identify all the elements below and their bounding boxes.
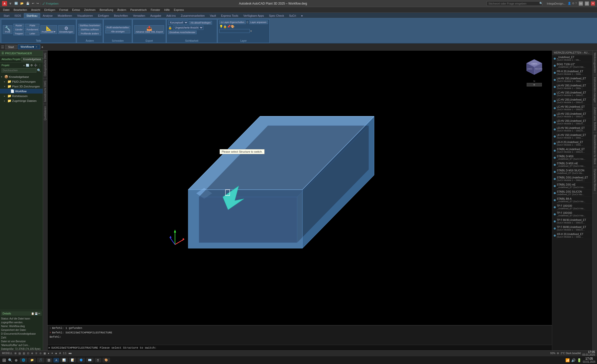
ribbon-btn-als-aktuell[interactable]: Als aktuell festlegen	[189, 21, 212, 25]
vtab-orthografisch[interactable]: Orthografische DWG	[43, 51, 47, 78]
rp-item-2[interactable]: FR-H 20,Undefined_ET (SuCri Module 1 – S…	[552, 69, 592, 76]
close-button[interactable]: ✕	[591, 2, 595, 6]
tab-verwalten[interactable]: Verwalten	[131, 13, 148, 18]
tab-verfugbare-apps[interactable]: Verfügbare Apps	[241, 13, 266, 18]
tab-analyse[interactable]: Analyse	[40, 13, 55, 18]
statusbar-gear[interactable]: ⚙	[557, 352, 559, 355]
rvtab-zuletzt[interactable]: Zuletzt verw. Befehle	[593, 105, 597, 133]
ribbon-ansicht-select2[interactable]: Ungesicherte Ansicht	[173, 26, 203, 30]
details-btn3[interactable]: ✏	[38, 312, 40, 315]
tab-modellieren[interactable]: Modellieren	[55, 13, 75, 18]
ribbon-btn-einzelnes-ansicht[interactable]: Einzelnes Ansichtsfenster	[168, 31, 197, 34]
qa-save[interactable]: 💾	[25, 1, 30, 6]
qa-open[interactable]: 📂	[19, 1, 25, 6]
rvtab-instrumenten[interactable]: Instrumenten-manager	[593, 75, 597, 105]
menu-zeichnen[interactable]: Zeichnen	[82, 8, 97, 12]
menu-datei[interactable]: Datei	[1, 8, 12, 12]
rp-item-18[interactable]: STABIL D3G mE _Undefined_ET (SuCri Mo...	[552, 183, 592, 190]
rp-item-11[interactable]: LK-HV 150,Undefined_ET (SuCri Module 1 –…	[552, 133, 592, 140]
vtab-quelldateien[interactable]: Quelldateien	[43, 104, 47, 122]
taskbar-browser[interactable]: 🌐	[20, 358, 27, 362]
qa-redo[interactable]: ↪	[36, 1, 39, 6]
ribbon-btn-raster[interactable]: Raster	[13, 24, 24, 27]
tab-zusammenarbeiten[interactable]: Zusammenarbeiten	[178, 13, 207, 18]
menu-ansicht[interactable]: Ansicht	[29, 8, 42, 12]
viewcube-nav-btn[interactable]: ⊕	[527, 83, 542, 86]
maximize-button[interactable]: □	[585, 2, 589, 6]
tree-item-plant3d[interactable]: ▾ 📁 Plant 3D-Zeichnungen	[0, 84, 43, 89]
tab-spec-check[interactable]: Spec Check	[266, 13, 286, 18]
rp-item-22[interactable]: TP F 100/160 _Undefined_ET (SuCri Mo...	[552, 211, 592, 218]
tab-sucri[interactable]: SuCri	[287, 13, 299, 18]
proj-toolbar-refresh[interactable]: 🔄	[26, 64, 29, 67]
ribbon-btn-profil[interactable]: 🔧Profil	[3, 25, 12, 34]
statusbar-polar[interactable]: ⊡	[27, 352, 29, 355]
ribbon-btn-gander[interactable]: Gänder	[13, 28, 24, 31]
tab-einfugen[interactable]: Einfügen	[95, 13, 111, 18]
qa-new[interactable]: 🆕	[14, 1, 19, 6]
rp-item-17[interactable]: STABIL D3G,Undefined_ET (SuCri Module 1 …	[552, 175, 592, 183]
statusbar-anno[interactable]: 1:1	[63, 352, 67, 355]
rp-item-13[interactable]: STABIL-A,Undefined_ET (SuCri Module 1 – …	[552, 147, 592, 154]
rp-item-25[interactable]: XR-H 20,Undefined_ET (SuCri Module 1 – S…	[552, 232, 592, 239]
rp-item-19[interactable]: STABIL D3G SILICON Undefined_ET (SuCri M…	[552, 190, 592, 197]
statusbar-modell[interactable]: MODELL	[2, 352, 12, 355]
rp-item-3[interactable]: LA-HV 150,Undefined_ET (SuCri Module 1 –…	[552, 76, 592, 83]
ribbon-ansicht-select[interactable]: Konzeptuell Drahtkörper Realistisch	[168, 20, 188, 25]
rp-item-21[interactable]: TP F 100/100 _Undefined_ET (SuCri Mo...	[552, 204, 592, 211]
ribbon-layer-input[interactable]	[219, 29, 250, 33]
project-search-input[interactable]	[2, 68, 36, 73]
statusbar-qp[interactable]: ◈	[55, 352, 57, 355]
ribbon-btn-treppen[interactable]: Treppen	[13, 32, 24, 35]
taskbar-explorer[interactable]: 📁	[28, 358, 36, 362]
tray-network[interactable]: 📶	[565, 358, 570, 362]
rp-item-20[interactable]: STABIL B8-A _Undefined_ET (SuCri Mo...	[552, 197, 592, 204]
details-btn2[interactable]: 💾	[35, 312, 38, 315]
rp-item-14[interactable]: STABIL D-M16 _Undefined_ET (SuCri Mo...	[552, 154, 592, 161]
proj-toolbar-settings[interactable]: ⚙	[30, 64, 33, 67]
rp-item-12[interactable]: LR-H 20,Undefined_ET (SuCri Module 1 – S…	[552, 140, 592, 147]
rp-item-10[interactable]: LD-HV 90,Undefined_ET (SuCri Module 1 – …	[552, 126, 592, 133]
rvtab-dyn[interactable]: Dynamische Blöcke	[593, 167, 597, 193]
rp-item-15[interactable]: STABIL D-M16 mE _Undefined_ET (SuCri Mo.…	[552, 161, 592, 168]
ribbon-btn-einstellungen[interactable]: ⚙Einstellungen	[58, 25, 74, 34]
ribbon-btn-leiter[interactable]: Leiter	[25, 32, 39, 35]
tab-expresstools[interactable]: Express Tools	[219, 13, 241, 18]
tray-battery[interactable]: 🔋	[577, 358, 581, 362]
hamburger-menu[interactable]: ☰	[1, 45, 4, 49]
statusbar-snap[interactable]: ▤	[18, 352, 21, 355]
taskbar-outlook[interactable]: 📧	[86, 358, 94, 362]
rp-item-4[interactable]: LA-HV 200,Undefined_ET (SuCri Module 1 –…	[552, 83, 592, 90]
rp-item-16[interactable]: STABIL D-M16 SILICON Undefined_ET (SuCri…	[552, 168, 592, 175]
taskbar-autocad[interactable]: A	[53, 358, 59, 362]
rp-item-23[interactable]: TP F 80/30,Undefined_ET (SuCri Module 1 …	[552, 218, 592, 225]
tray-volume[interactable]: 🔊	[571, 358, 575, 362]
tab-beschriften[interactable]: Beschriften	[112, 13, 131, 18]
canvas-area[interactable]: Please select Structure to switch. OBEN …	[48, 51, 552, 325]
qa-publish[interactable]: 🖊 Freigeben	[42, 2, 59, 6]
ribbon-btn-stahlbau-bearb[interactable]: Stahlbau bearbeiten	[78, 24, 101, 27]
rp-item-0[interactable]: _Undefined_ET (SuCri Module 1 – Mo...	[552, 55, 592, 62]
taskbar-teams[interactable]: 🔷	[77, 358, 85, 362]
tree-item-zugeh[interactable]: ▸ 📁 Zugehörige Dateien	[0, 98, 43, 103]
menu-express[interactable]: Express	[172, 8, 186, 12]
tab-isos[interactable]: ISOS	[12, 13, 24, 18]
statusbar-otrack[interactable]: ①	[35, 352, 37, 355]
new-tab-button[interactable]: +	[41, 45, 43, 49]
rp-item-5[interactable]: LC-HV 150,Undefined_ET (SuCri Module 1 –…	[552, 90, 592, 98]
menu-bemassung[interactable]: Bemaßung	[98, 8, 115, 12]
tray-datetime[interactable]: 17:05 03.01.2025	[583, 357, 595, 363]
current-project-select[interactable]: Knowledgebase	[21, 57, 46, 61]
menu-bearbeiten[interactable]: Bearbeiten	[12, 8, 29, 12]
ribbon-btn-profilemodell[interactable]: 📐Profilmodell▼	[40, 25, 57, 34]
tab-workflow-close[interactable]: ✕	[35, 46, 37, 48]
tab-stahlbau[interactable]: Stahlbau	[24, 13, 40, 18]
menu-format[interactable]: Format	[57, 8, 70, 12]
statusbar-ducs[interactable]: ⊙	[39, 352, 41, 355]
tab-ausgabe[interactable]: Ausgabe	[148, 13, 164, 18]
statusbar-grid[interactable]: ⊞	[14, 352, 16, 355]
ribbon-btn-platte[interactable]: Platte	[25, 24, 39, 27]
statusbar-osnap[interactable]: ⊕	[31, 352, 33, 355]
rvtab-werkzeugpaletten[interactable]: Werkzeugpaletten	[593, 51, 597, 75]
statusbar-zoom[interactable]: 93%	[550, 352, 555, 355]
